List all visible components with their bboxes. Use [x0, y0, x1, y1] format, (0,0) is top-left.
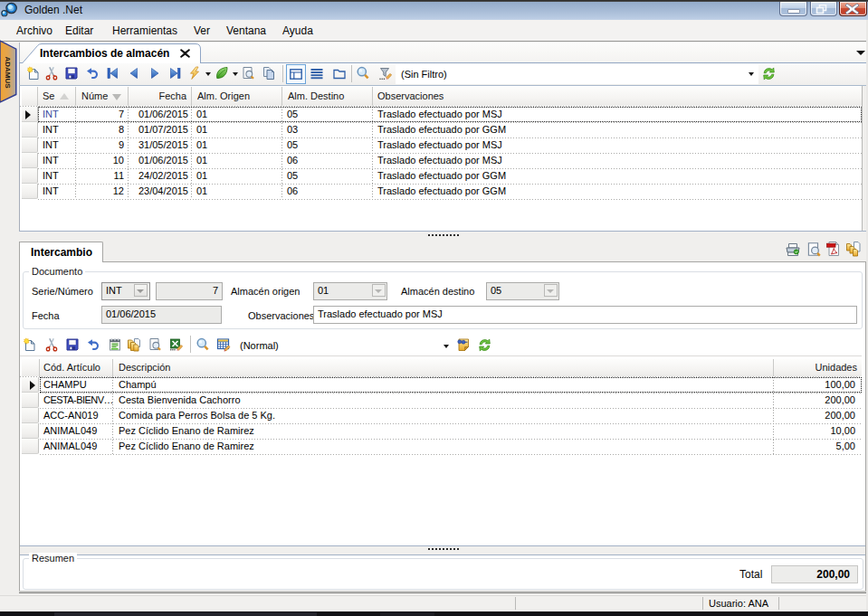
svg-text:ADAMUS: ADAMUS [4, 56, 12, 89]
